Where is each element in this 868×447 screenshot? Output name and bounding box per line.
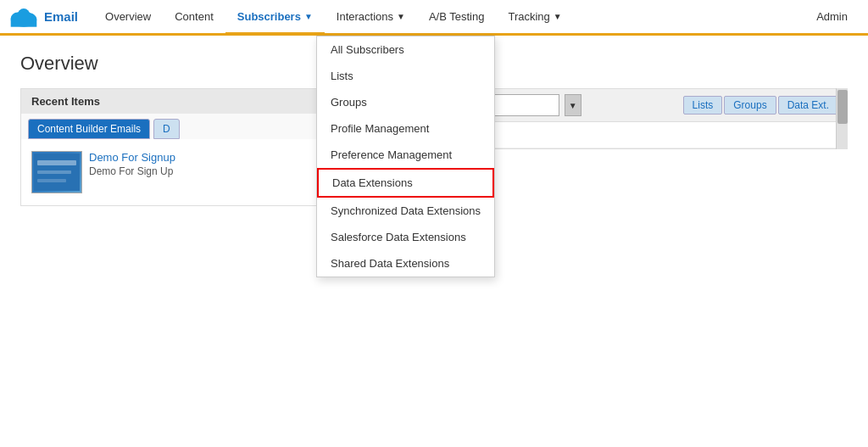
item-subtext: Demo For Sign Up: [89, 165, 314, 177]
recent-items-body: Demo For Signup Demo For Sign Up: [21, 139, 325, 205]
svg-point-3: [18, 8, 30, 20]
subscribers-caret-icon: ▼: [304, 12, 313, 21]
nav-ab-testing[interactable]: A/B Testing: [417, 0, 497, 33]
nav-subscribers[interactable]: Subscribers ▼: [225, 2, 325, 35]
nav-admin[interactable]: Admin: [804, 0, 860, 33]
dropdown-groups[interactable]: Groups: [317, 89, 494, 115]
svg-rect-4: [11, 19, 37, 26]
recent-items-header: Recent Items: [21, 89, 325, 114]
tracking-caret-icon: ▼: [554, 12, 562, 21]
dropdown-preference-management[interactable]: Preference Management: [317, 142, 494, 168]
scrollbar[interactable]: [836, 88, 848, 149]
dropdown-synchronized-data-extensions[interactable]: Synchronized Data Extensions: [317, 198, 494, 224]
thumb-stripe-3: [37, 179, 66, 182]
dropdown-shared-data-extensions[interactable]: Shared Data Extensions: [317, 250, 494, 277]
tab-content-builder-emails[interactable]: Content Builder Emails: [28, 119, 150, 139]
nav-overview[interactable]: Overview: [93, 0, 163, 33]
tab-d[interactable]: D: [153, 119, 180, 139]
nav-interactions[interactable]: Interactions ▼: [325, 0, 417, 33]
item-info: Demo For Signup Demo For Sign Up: [89, 151, 314, 177]
recent-items-panel: Recent Items Content Builder Emails D: [20, 88, 326, 206]
dropdown-salesforce-data-extensions[interactable]: Salesforce Data Extensions: [317, 224, 494, 250]
tab-data-ext[interactable]: Data Ext.: [778, 96, 838, 115]
recent-item-row: Demo For Signup Demo For Sign Up: [28, 146, 318, 198]
nav-tracking[interactable]: Tracking ▼: [496, 0, 573, 33]
thumb-inner: [34, 154, 80, 191]
recent-items-tabs: Content Builder Emails D: [21, 114, 325, 139]
dropdown-profile-management[interactable]: Profile Management: [317, 115, 494, 142]
dropdown-lists[interactable]: Lists: [317, 63, 494, 89]
app-logo[interactable]: Email: [8, 7, 78, 27]
app-title: Email: [44, 9, 78, 24]
scrollbar-thumb: [837, 90, 848, 124]
nav-items: Overview Content Subscribers ▼ Interacti…: [93, 0, 860, 33]
tab-groups[interactable]: Groups: [724, 96, 776, 115]
table-tabs: Lists Groups Data Ext.: [683, 96, 838, 115]
item-thumbnail: [31, 151, 82, 193]
filter-caret-icon[interactable]: ▼: [565, 94, 581, 116]
item-name-link[interactable]: Demo For Signup: [89, 151, 175, 164]
dropdown-data-extensions[interactable]: Data Extensions: [317, 168, 494, 198]
thumb-stripe-2: [37, 170, 71, 174]
nav-content[interactable]: Content: [163, 0, 225, 33]
subscribers-dropdown: All Subscribers Lists Groups Profile Man…: [316, 36, 495, 277]
thumb-stripe-1: [37, 160, 76, 165]
tab-lists[interactable]: Lists: [683, 96, 723, 115]
navbar: Email Overview Content Subscribers ▼ Int…: [0, 0, 868, 36]
interactions-caret-icon: ▼: [397, 12, 405, 21]
dropdown-all-subscribers[interactable]: All Subscribers: [317, 36, 494, 63]
